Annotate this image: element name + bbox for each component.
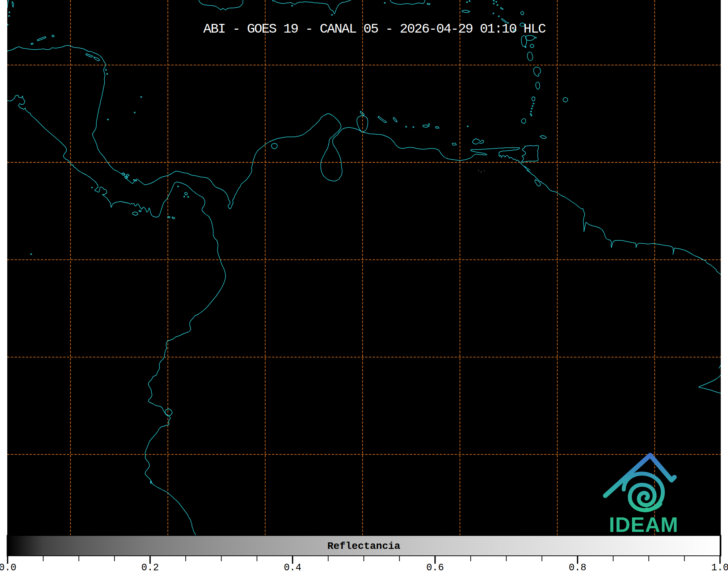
svg-text:0.2: 0.2	[141, 562, 159, 571]
svg-text:1.0: 1.0	[711, 562, 728, 571]
svg-text:0.8: 0.8	[569, 562, 586, 571]
svg-text:Reflectancia: Reflectancia	[327, 541, 400, 552]
svg-text:0.4: 0.4	[284, 562, 302, 571]
svg-text:IDEAM: IDEAM	[609, 513, 678, 536]
svg-text:0.6: 0.6	[426, 562, 444, 571]
svg-text:ABI - GOES 19 - CANAL 05 - 202: ABI - GOES 19 - CANAL 05 - 2026-04-29 01…	[203, 21, 546, 37]
svg-text:0.0: 0.0	[0, 562, 16, 571]
